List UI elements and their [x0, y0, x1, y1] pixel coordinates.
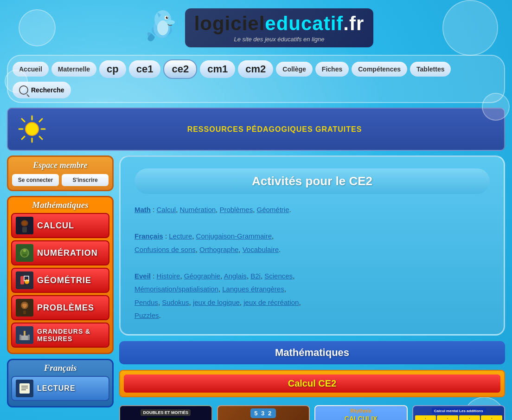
thumb-3-inner: Rhythmix CALCULIX JOUER AIDE + + + + + [315, 406, 407, 420]
math-category-link[interactable]: Math [134, 206, 151, 213]
nav-ce2[interactable]: ce2 [163, 59, 197, 79]
numeration-link[interactable]: Numération [180, 206, 216, 213]
grandeurs-label: GRANDEURS & MESURES [37, 328, 105, 342]
game-card-calculix[interactable]: Rhythmix CALCULIX JOUER AIDE + + + + + C… [314, 405, 408, 420]
sidebar: Espace membre Se connecter S'inscrire Ma… [7, 155, 114, 420]
activity-title: Activités pour le CE2 [134, 168, 490, 194]
game-card-compte[interactable]: 5 3 2 4 · 5 · 2 · 1 0 0 · 8 LE COMPTE ES… [217, 405, 310, 420]
eveil-row: Eveil : Histoire, Géographie, Anglais, B… [134, 270, 490, 323]
login-button[interactable]: Se connecter [12, 174, 59, 186]
svg-rect-37 [24, 331, 26, 336]
svg-rect-20 [22, 227, 27, 233]
lecture-icon [16, 380, 33, 397]
problemes-link[interactable]: Problèmes [219, 206, 253, 213]
content-area: Activités pour le CE2 Math : Calcul, Num… [119, 155, 505, 420]
games-grid: DOUBLES ET MOITIÉS Double de = Double de… [119, 405, 505, 420]
jeux-logique-link[interactable]: jeux de logique [193, 298, 240, 306]
nav-tablettes[interactable]: Tablettes [410, 62, 451, 77]
calcul-bar: Calcul CE2 [119, 370, 505, 397]
anglais-link[interactable]: Anglais [224, 272, 247, 280]
orthographe-link[interactable]: Orthographe [199, 246, 238, 253]
game-card-mental[interactable]: Calcul mental Les additions + + + + [412, 405, 506, 420]
sun-icon [17, 114, 47, 144]
geometrie-label: GÉOMÉTRIE [37, 276, 91, 285]
svg-rect-36 [28, 335, 30, 340]
sudokus-link[interactable]: Sudokus [162, 298, 189, 306]
search-icon [19, 85, 28, 95]
svg-rect-39 [19, 383, 30, 394]
geometrie-icon [16, 271, 33, 289]
svg-rect-27 [20, 276, 24, 284]
nav-competences[interactable]: Compétences [352, 62, 407, 77]
nav-cm1[interactable]: cm1 [200, 60, 235, 78]
dolphin-mascot [139, 5, 185, 51]
header: logicieleducatif.fr Le site des jeux édu… [0, 0, 512, 51]
banner: RESSOURCES PÉDAGOGIQUES GRATUITES [7, 108, 505, 151]
svg-line-16 [22, 136, 25, 139]
svg-point-19 [22, 221, 27, 226]
game-thumb-mental: Calcul mental Les additions + + + + [412, 405, 506, 420]
espace-membre-box: Espace membre Se connecter S'inscrire [7, 155, 114, 191]
sidebar-item-problemes[interactable]: PROBLÈMES [11, 295, 109, 320]
geographie-link[interactable]: Géographie [184, 272, 220, 280]
nav-maternelle[interactable]: Maternelle [51, 62, 96, 77]
histoire-link[interactable]: Histoire [157, 272, 180, 280]
problemes-icon [16, 299, 33, 317]
svg-point-8 [26, 123, 38, 136]
calcul-icon [16, 217, 33, 234]
main-content: Espace membre Se connecter S'inscrire Ma… [7, 155, 505, 420]
sciences-link[interactable]: Sciences [264, 272, 293, 280]
sidebar-item-grandeurs[interactable]: GRANDEURS & MESURES [11, 323, 109, 348]
game-thumb-calculix: Rhythmix CALCULIX JOUER AIDE + + + + + [314, 405, 408, 420]
register-button[interactable]: S'inscrire [62, 174, 109, 186]
game-card-doubles[interactable]: DOUBLES ET MOITIÉS Double de = Double de… [119, 405, 212, 420]
conjugaison-link[interactable]: Conjugaison-Grammaire [196, 232, 272, 240]
nav-cm2[interactable]: cm2 [238, 60, 273, 78]
francais-category-link[interactable]: Français [134, 232, 163, 240]
b2i-link[interactable]: B2i [250, 272, 261, 280]
confusions-link[interactable]: Confusions de sons [134, 246, 196, 253]
nav-ce1[interactable]: ce1 [129, 60, 161, 78]
nav-college[interactable]: Collège [276, 62, 313, 77]
numeration-icon [16, 244, 33, 262]
grandeurs-icon [16, 326, 33, 344]
eveil-category-link[interactable]: Eveil [134, 272, 151, 280]
svg-line-14 [39, 136, 42, 139]
banner-text: RESSOURCES PÉDAGOGIQUES GRATUITES [54, 125, 495, 134]
svg-rect-32 [23, 310, 26, 314]
calcul-link[interactable]: Calcul [157, 206, 176, 213]
lecture-link[interactable]: Lecture [169, 232, 192, 240]
nav-cp[interactable]: cp [99, 60, 126, 78]
thumb-1-inner: DOUBLES ET MOITIÉS Double de = Double de… [120, 406, 211, 420]
francais-row: Français : Lecture, Conjugaison-Grammair… [134, 230, 490, 256]
langues-link[interactable]: Langues étrangères [222, 285, 284, 293]
sidebar-item-numeration[interactable]: NUMÉRATION [11, 240, 109, 265]
logo-title: logicieleducatif.fr [194, 13, 365, 34]
puzzles-link[interactable]: Puzzles [134, 311, 159, 319]
thumb-2-numbers: 5 3 2 [250, 408, 276, 418]
game-thumb-compte: 5 3 2 4 · 5 · 2 · 1 0 0 · 8 LE COMPTE ES… [217, 405, 310, 420]
sidebar-item-geometrie[interactable]: GÉOMÉTRIE [11, 268, 109, 293]
francais-sidebar-section: Français LECTURE [7, 359, 114, 407]
game-thumb-doubles: DOUBLES ET MOITIÉS Double de = Double de… [119, 405, 212, 420]
vocabulaire-link[interactable]: Vocabulaire [243, 246, 279, 253]
memorisation-link[interactable]: Mémorisation/spatialisation [134, 285, 218, 293]
svg-rect-35 [19, 335, 21, 340]
problemes-label: PROBLÈMES [37, 303, 94, 313]
math-row: Math : Calcul, Numération, Problèmes, Gé… [134, 203, 490, 217]
membre-buttons: Se connecter S'inscrire [12, 174, 109, 186]
nav-fiches[interactable]: Fiches [315, 62, 349, 77]
search-label: Recherche [31, 86, 64, 94]
math-section-title: Mathématiques [11, 200, 109, 210]
geometrie-link[interactable]: Géométrie [256, 206, 289, 213]
calcul-bar-text: Calcul CE2 [288, 378, 336, 388]
jeux-recreation-link[interactable]: jeux de récréation [243, 298, 299, 306]
thumb-3-logo: CALCULIX [345, 415, 378, 420]
francais-section-title: Français [11, 363, 109, 373]
svg-rect-26 [16, 271, 33, 289]
activity-links: Math : Calcul, Numération, Problèmes, Gé… [134, 203, 490, 323]
sidebar-item-lecture[interactable]: LECTURE [11, 376, 109, 401]
sidebar-item-calcul[interactable]: CALCUL [11, 213, 109, 238]
pendus-link[interactable]: Pendus [134, 298, 158, 306]
math-main-header: Mathématiques [119, 341, 505, 364]
